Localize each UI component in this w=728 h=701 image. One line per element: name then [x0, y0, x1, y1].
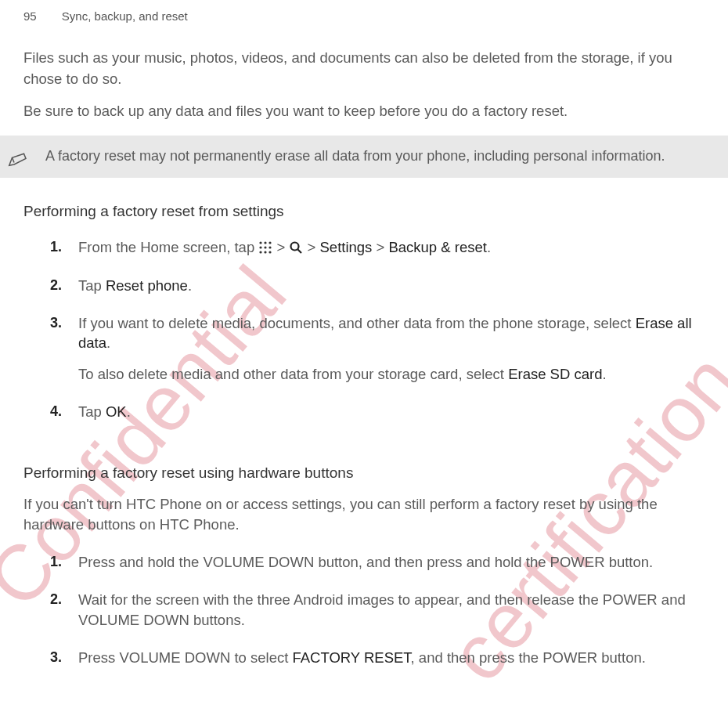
- hw-step-3-pre: Press VOLUME DOWN to select: [78, 649, 292, 666]
- svg-line-0: [13, 158, 15, 163]
- step-2: Tap Reset phone.: [78, 276, 705, 296]
- svg-point-1: [260, 241, 262, 244]
- steps-list-hardware: Press and hold the VOLUME DOWN button, a…: [0, 552, 728, 668]
- pencil-icon: [6, 146, 30, 182]
- step-3-erase-sd: Erase SD card: [508, 366, 602, 382]
- svg-point-6: [269, 246, 272, 248]
- step-1-separator-1: >: [272, 239, 289, 255]
- section-heading-hardware: Performing a factory reset using hardwar…: [0, 439, 728, 482]
- note-callout: A factory reset may not permanently eras…: [0, 136, 728, 177]
- step-1-text-pre: From the Home screen, tap: [78, 239, 258, 255]
- step-3-p2-end: .: [602, 366, 606, 382]
- hw-step-2: Wait for the screen with the three Andro…: [78, 590, 705, 631]
- svg-line-11: [298, 249, 302, 253]
- page-number: 95: [23, 9, 37, 23]
- hw-step-3-post: , and then press the POWER button.: [411, 649, 646, 666]
- hw-step-1: Press and hold the VOLUME DOWN button, a…: [78, 552, 705, 573]
- header-section-title: Sync, backup, and reset: [62, 9, 188, 23]
- svg-point-2: [265, 241, 267, 244]
- page-header: 95 Sync, backup, and reset: [0, 0, 728, 23]
- step-3: If you want to delete media, documents, …: [78, 313, 705, 385]
- step-4-end: .: [127, 403, 131, 420]
- step-4: Tap OK.: [78, 402, 705, 422]
- section2-intro: If you can't turn HTC Phone on or access…: [0, 494, 728, 535]
- step-2-end: .: [188, 277, 192, 294]
- step-4-text-pre: Tap: [78, 403, 106, 420]
- step-2-reset-phone: Reset phone: [106, 277, 188, 294]
- apps-grid-icon: [258, 238, 272, 258]
- step-1-settings: Settings: [320, 239, 373, 255]
- hw-step-3: Press VOLUME DOWN to select FACTORY RESE…: [78, 648, 705, 668]
- note-text: A factory reset may not permanently eras…: [45, 148, 665, 164]
- step-3-p2-pre: To also delete media and other data from…: [78, 366, 508, 382]
- intro-paragraph-1: Files such as your music, photos, videos…: [23, 48, 705, 90]
- svg-point-10: [291, 242, 299, 250]
- step-1-separator-3: >: [372, 239, 388, 255]
- svg-point-5: [265, 246, 267, 248]
- section-heading-settings: Performing a factory reset from settings: [0, 178, 728, 220]
- svg-point-4: [260, 246, 262, 248]
- step-1-separator-2: >: [303, 239, 319, 255]
- step-1-backup-reset: Backup & reset: [388, 239, 486, 255]
- step-4-ok: OK: [106, 403, 127, 420]
- svg-point-3: [269, 241, 272, 244]
- svg-point-8: [265, 251, 267, 253]
- hw-step-3-factory-reset: FACTORY RESET: [292, 649, 410, 666]
- svg-point-7: [260, 251, 262, 253]
- step-2-text-pre: Tap: [78, 277, 106, 294]
- step-3-p1-pre: If you want to delete media, documents, …: [78, 315, 636, 331]
- step-3-p1-end: .: [106, 334, 110, 351]
- svg-point-9: [269, 251, 272, 253]
- step-1-end: .: [487, 239, 491, 255]
- intro-paragraph-2: Be sure to back up any data and files yo…: [23, 101, 705, 122]
- search-icon: [289, 238, 303, 258]
- steps-list-settings: From the Home screen, tap > > Settings >…: [0, 237, 728, 423]
- step-1: From the Home screen, tap > > Settings >…: [78, 237, 705, 258]
